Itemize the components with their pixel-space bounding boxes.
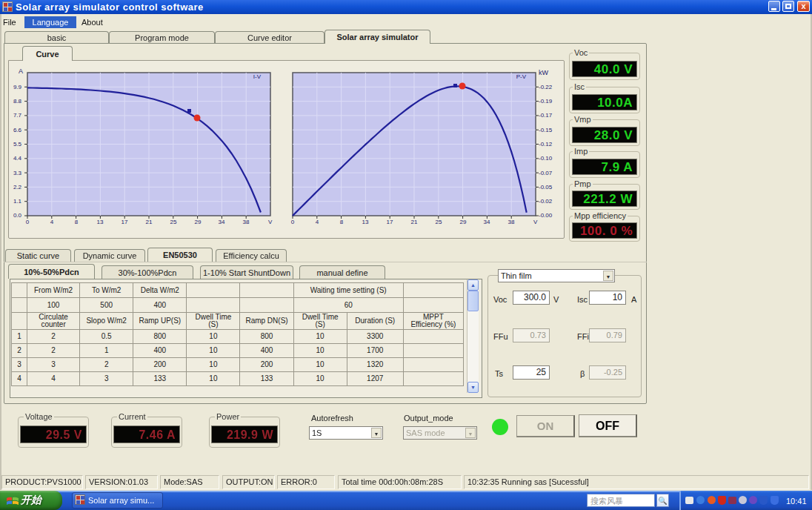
svg-text:P-V: P-V xyxy=(516,73,527,80)
svg-text:I-V: I-V xyxy=(253,73,262,80)
